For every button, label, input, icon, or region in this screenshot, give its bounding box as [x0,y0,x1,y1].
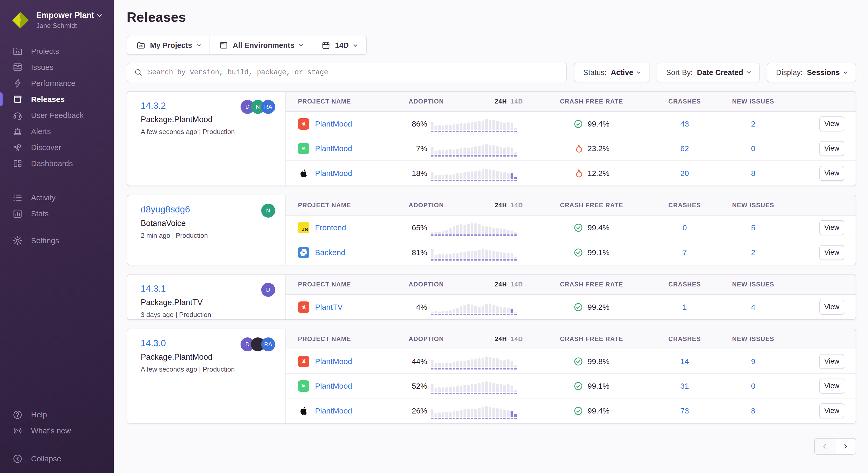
new-issues-link[interactable]: 2 [717,120,789,128]
release-version-link[interactable]: 14.3.0 [141,338,166,348]
project-link[interactable]: PlantMood [315,144,352,153]
new-issues-link[interactable]: 9 [717,357,789,366]
avatar: RA [261,337,275,351]
crashes-link[interactable]: 0 [652,223,717,232]
sort-dropdown[interactable]: Sort By: Date Created [657,63,760,82]
crashes-link[interactable]: 1 [652,303,717,312]
project-link[interactable]: PlantTV [315,303,343,312]
view-button[interactable]: View [819,166,844,181]
range-toggle-14d[interactable]: 14D [510,98,523,105]
release-meta: A few seconds ago | Production [141,128,275,136]
sidebar-item-projects[interactable]: Projects [0,43,114,59]
project-link[interactable]: Frontend [315,223,346,232]
folder-code-icon [136,41,145,50]
view-button[interactable]: View [819,379,844,393]
display-value: Sessions [807,68,840,77]
sidebar-item-stats[interactable]: Stats [0,206,114,222]
release-meta: 2 min ago | Production [141,232,275,240]
sidebar-item-releases[interactable]: Releases [0,91,114,108]
release-version-link[interactable]: d8yug8sdg6 [141,204,190,214]
crashes-link[interactable]: 7 [652,248,717,257]
release-project-row: PlantMood 26% 99.4% 73 8 View [285,398,856,423]
crashes-link[interactable]: 73 [652,407,717,415]
new-issues-link[interactable]: 4 [717,303,789,312]
crash-free-value: 23.2% [587,144,609,153]
crashes-link[interactable]: 20 [652,169,717,178]
release-info-panel: 14.3.2 Package.PlantMood A few seconds a… [127,92,285,185]
org-switcher[interactable]: Empower Plant Jane Schmidt [11,10,104,30]
sidebar-item-whats-new[interactable]: What's new [0,423,114,439]
project-link[interactable]: PlantMood [315,169,352,178]
range-toggle-24h[interactable]: 24H [495,202,507,209]
view-button[interactable]: View [819,141,844,156]
avatar-stack: DNRA [241,100,275,114]
project-link[interactable]: Backend [315,248,345,257]
pagination-prev-button[interactable] [814,438,835,455]
display-dropdown[interactable]: Display: Sessions [767,63,856,82]
crash-status-icon [574,302,583,312]
chevron-down-icon [637,69,641,74]
project-link[interactable]: PlantMood [315,382,352,390]
sidebar-collapse-button[interactable]: Collapse [0,451,114,467]
sidebar-item-user-feedback[interactable]: User Feedback [0,108,114,123]
project-link[interactable]: PlantMood [315,120,352,128]
release-version-link[interactable]: 14.3.1 [141,283,166,294]
col-crashes: CRASHES [652,98,717,105]
release-project-row: PlantMood 86% 99.4% 43 2 View [285,112,856,136]
adoption-value: 26% [401,407,427,415]
crashes-link[interactable]: 62 [652,144,717,153]
crash-free-value: 99.8% [587,357,609,366]
environments-filter[interactable]: All Environments [210,36,312,54]
sidebar-item-help[interactable]: Help [0,407,114,423]
view-button[interactable]: View [819,404,844,418]
project-link[interactable]: PlantMood [315,357,352,366]
sidebar-item-issues[interactable]: Issues [0,59,114,75]
view-button[interactable]: View [819,116,844,131]
crashes-link[interactable]: 14 [652,357,717,366]
search-box [127,63,567,82]
sidebar-item-discover[interactable]: Discover [0,140,114,155]
release-version-link[interactable]: 14.3.2 [141,100,166,111]
crashes-link[interactable]: 43 [652,120,717,128]
release-info-panel: 14.3.1 Package.PlantTV 3 days ago | Prod… [127,274,285,319]
sidebar-item-performance[interactable]: Performance [0,75,114,91]
range-toggle-24h[interactable]: 24H [495,281,507,288]
new-issues-link[interactable]: 5 [717,223,789,232]
new-issues-link[interactable]: 2 [717,248,789,257]
pagination-next-button[interactable] [835,438,856,455]
col-project-name: PROJECT NAME [298,202,401,209]
col-crashes: CRASHES [652,281,717,288]
status-dropdown[interactable]: Status: Active [574,63,649,82]
sidebar-item-settings[interactable]: Settings [0,233,114,249]
crashes-link[interactable]: 31 [652,382,717,390]
sidebar-item-alerts[interactable]: Alerts [0,123,114,140]
release-meta: A few seconds ago | Production [141,365,275,374]
date-range-filter[interactable]: 14D [312,36,366,54]
range-toggle-14d[interactable]: 14D [510,281,523,288]
new-issues-link[interactable]: 8 [717,169,789,178]
range-toggle-24h[interactable]: 24H [495,98,507,105]
view-button[interactable]: View [819,245,844,260]
search-input[interactable] [148,68,559,76]
android-platform-icon [298,380,309,392]
new-issues-link[interactable]: 0 [717,144,789,153]
view-button[interactable]: View [819,300,844,315]
project-link[interactable]: PlantMood [315,407,352,415]
range-toggle-14d[interactable]: 14D [510,335,523,342]
new-issues-link[interactable]: 0 [717,382,789,390]
crash-free-rate: 99.1% [531,381,652,391]
range-toggle-24h[interactable]: 24H [495,335,507,342]
sidebar-item-label: Projects [31,47,59,56]
sidebar-item-dashboards[interactable]: Dashboards [0,155,114,172]
release-group: 14.3.1 Package.PlantTV 3 days ago | Prod… [127,274,856,320]
chevron-down-icon [747,69,751,74]
sidebar-item-activity[interactable]: Activity [0,190,114,206]
new-issues-link[interactable]: 8 [717,407,789,415]
projects-filter[interactable]: My Projects [127,36,210,54]
view-button[interactable]: View [819,354,844,369]
view-button[interactable]: View [819,220,844,235]
org-name: Empower Plant [36,10,94,21]
search-row: Status: Active Sort By: Date Created Dis… [127,63,856,82]
range-toggle-14d[interactable]: 14D [510,202,523,209]
col-crash-free-rate: CRASH FREE RATE [531,335,652,343]
